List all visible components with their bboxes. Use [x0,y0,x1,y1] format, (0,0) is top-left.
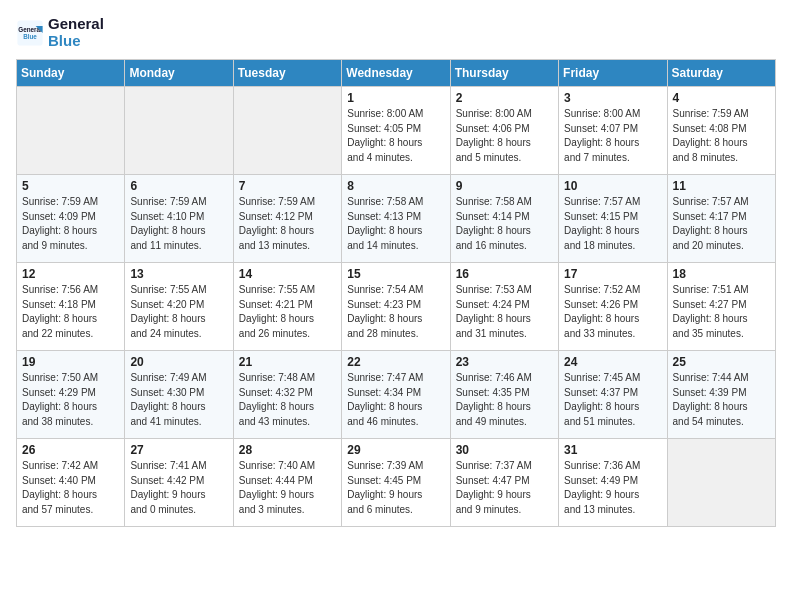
day-number: 10 [564,179,661,193]
day-number: 22 [347,355,444,369]
calendar-cell [233,87,341,175]
day-number: 20 [130,355,227,369]
weekday-header-tuesday: Tuesday [233,60,341,87]
day-info: Sunrise: 7:59 AM Sunset: 4:08 PM Dayligh… [673,107,770,165]
day-info: Sunrise: 7:57 AM Sunset: 4:17 PM Dayligh… [673,195,770,253]
day-number: 15 [347,267,444,281]
calendar-cell [125,87,233,175]
day-number: 2 [456,91,553,105]
calendar-cell: 19Sunrise: 7:50 AM Sunset: 4:29 PM Dayli… [17,351,125,439]
calendar-cell: 25Sunrise: 7:44 AM Sunset: 4:39 PM Dayli… [667,351,775,439]
day-number: 7 [239,179,336,193]
day-number: 14 [239,267,336,281]
day-number: 13 [130,267,227,281]
day-info: Sunrise: 7:56 AM Sunset: 4:18 PM Dayligh… [22,283,119,341]
day-info: Sunrise: 8:00 AM Sunset: 4:07 PM Dayligh… [564,107,661,165]
day-info: Sunrise: 7:55 AM Sunset: 4:21 PM Dayligh… [239,283,336,341]
day-info: Sunrise: 7:48 AM Sunset: 4:32 PM Dayligh… [239,371,336,429]
day-info: Sunrise: 7:44 AM Sunset: 4:39 PM Dayligh… [673,371,770,429]
calendar-table: SundayMondayTuesdayWednesdayThursdayFrid… [16,59,776,527]
day-number: 9 [456,179,553,193]
calendar-cell: 8Sunrise: 7:58 AM Sunset: 4:13 PM Daylig… [342,175,450,263]
day-info: Sunrise: 7:47 AM Sunset: 4:34 PM Dayligh… [347,371,444,429]
header: General Blue General Blue [16,16,776,49]
day-info: Sunrise: 7:45 AM Sunset: 4:37 PM Dayligh… [564,371,661,429]
calendar-cell: 12Sunrise: 7:56 AM Sunset: 4:18 PM Dayli… [17,263,125,351]
calendar-cell: 30Sunrise: 7:37 AM Sunset: 4:47 PM Dayli… [450,439,558,527]
weekday-header-thursday: Thursday [450,60,558,87]
day-number: 16 [456,267,553,281]
calendar-cell [667,439,775,527]
calendar-week-row: 19Sunrise: 7:50 AM Sunset: 4:29 PM Dayli… [17,351,776,439]
logo: General Blue General Blue [16,16,104,49]
day-number: 24 [564,355,661,369]
calendar-cell: 29Sunrise: 7:39 AM Sunset: 4:45 PM Dayli… [342,439,450,527]
day-number: 21 [239,355,336,369]
day-number: 8 [347,179,444,193]
calendar-cell: 5Sunrise: 7:59 AM Sunset: 4:09 PM Daylig… [17,175,125,263]
calendar-header-row: SundayMondayTuesdayWednesdayThursdayFrid… [17,60,776,87]
calendar-cell: 17Sunrise: 7:52 AM Sunset: 4:26 PM Dayli… [559,263,667,351]
calendar-cell: 24Sunrise: 7:45 AM Sunset: 4:37 PM Dayli… [559,351,667,439]
day-number: 4 [673,91,770,105]
weekday-header-wednesday: Wednesday [342,60,450,87]
day-info: Sunrise: 7:51 AM Sunset: 4:27 PM Dayligh… [673,283,770,341]
calendar-cell: 21Sunrise: 7:48 AM Sunset: 4:32 PM Dayli… [233,351,341,439]
day-info: Sunrise: 7:36 AM Sunset: 4:49 PM Dayligh… [564,459,661,517]
calendar-cell: 10Sunrise: 7:57 AM Sunset: 4:15 PM Dayli… [559,175,667,263]
calendar-cell: 23Sunrise: 7:46 AM Sunset: 4:35 PM Dayli… [450,351,558,439]
day-number: 12 [22,267,119,281]
day-number: 6 [130,179,227,193]
day-info: Sunrise: 7:52 AM Sunset: 4:26 PM Dayligh… [564,283,661,341]
calendar-cell: 20Sunrise: 7:49 AM Sunset: 4:30 PM Dayli… [125,351,233,439]
calendar-week-row: 1Sunrise: 8:00 AM Sunset: 4:05 PM Daylig… [17,87,776,175]
day-info: Sunrise: 7:39 AM Sunset: 4:45 PM Dayligh… [347,459,444,517]
day-number: 29 [347,443,444,457]
day-number: 3 [564,91,661,105]
calendar-week-row: 26Sunrise: 7:42 AM Sunset: 4:40 PM Dayli… [17,439,776,527]
weekday-header-sunday: Sunday [17,60,125,87]
day-number: 26 [22,443,119,457]
day-info: Sunrise: 7:42 AM Sunset: 4:40 PM Dayligh… [22,459,119,517]
calendar-week-row: 12Sunrise: 7:56 AM Sunset: 4:18 PM Dayli… [17,263,776,351]
calendar-cell: 16Sunrise: 7:53 AM Sunset: 4:24 PM Dayli… [450,263,558,351]
calendar-cell: 13Sunrise: 7:55 AM Sunset: 4:20 PM Dayli… [125,263,233,351]
calendar-cell: 7Sunrise: 7:59 AM Sunset: 4:12 PM Daylig… [233,175,341,263]
day-info: Sunrise: 7:37 AM Sunset: 4:47 PM Dayligh… [456,459,553,517]
calendar-week-row: 5Sunrise: 7:59 AM Sunset: 4:09 PM Daylig… [17,175,776,263]
day-number: 19 [22,355,119,369]
logo-blue: Blue [48,33,104,50]
day-number: 31 [564,443,661,457]
day-info: Sunrise: 8:00 AM Sunset: 4:05 PM Dayligh… [347,107,444,165]
calendar-cell: 27Sunrise: 7:41 AM Sunset: 4:42 PM Dayli… [125,439,233,527]
day-info: Sunrise: 8:00 AM Sunset: 4:06 PM Dayligh… [456,107,553,165]
weekday-header-friday: Friday [559,60,667,87]
logo-icon: General Blue [16,19,44,47]
calendar-cell: 15Sunrise: 7:54 AM Sunset: 4:23 PM Dayli… [342,263,450,351]
calendar-cell: 31Sunrise: 7:36 AM Sunset: 4:49 PM Dayli… [559,439,667,527]
day-number: 28 [239,443,336,457]
day-number: 23 [456,355,553,369]
calendar-cell: 6Sunrise: 7:59 AM Sunset: 4:10 PM Daylig… [125,175,233,263]
day-info: Sunrise: 7:58 AM Sunset: 4:13 PM Dayligh… [347,195,444,253]
day-number: 27 [130,443,227,457]
calendar-cell: 9Sunrise: 7:58 AM Sunset: 4:14 PM Daylig… [450,175,558,263]
day-info: Sunrise: 7:40 AM Sunset: 4:44 PM Dayligh… [239,459,336,517]
day-info: Sunrise: 7:58 AM Sunset: 4:14 PM Dayligh… [456,195,553,253]
day-number: 30 [456,443,553,457]
calendar-cell: 1Sunrise: 8:00 AM Sunset: 4:05 PM Daylig… [342,87,450,175]
day-number: 17 [564,267,661,281]
day-info: Sunrise: 7:41 AM Sunset: 4:42 PM Dayligh… [130,459,227,517]
day-number: 11 [673,179,770,193]
calendar-cell: 4Sunrise: 7:59 AM Sunset: 4:08 PM Daylig… [667,87,775,175]
calendar-cell: 18Sunrise: 7:51 AM Sunset: 4:27 PM Dayli… [667,263,775,351]
day-info: Sunrise: 7:49 AM Sunset: 4:30 PM Dayligh… [130,371,227,429]
calendar-cell: 22Sunrise: 7:47 AM Sunset: 4:34 PM Dayli… [342,351,450,439]
calendar-cell: 26Sunrise: 7:42 AM Sunset: 4:40 PM Dayli… [17,439,125,527]
calendar-body: 1Sunrise: 8:00 AM Sunset: 4:05 PM Daylig… [17,87,776,527]
day-number: 18 [673,267,770,281]
calendar-cell: 14Sunrise: 7:55 AM Sunset: 4:21 PM Dayli… [233,263,341,351]
day-info: Sunrise: 7:55 AM Sunset: 4:20 PM Dayligh… [130,283,227,341]
weekday-header-monday: Monday [125,60,233,87]
day-number: 1 [347,91,444,105]
